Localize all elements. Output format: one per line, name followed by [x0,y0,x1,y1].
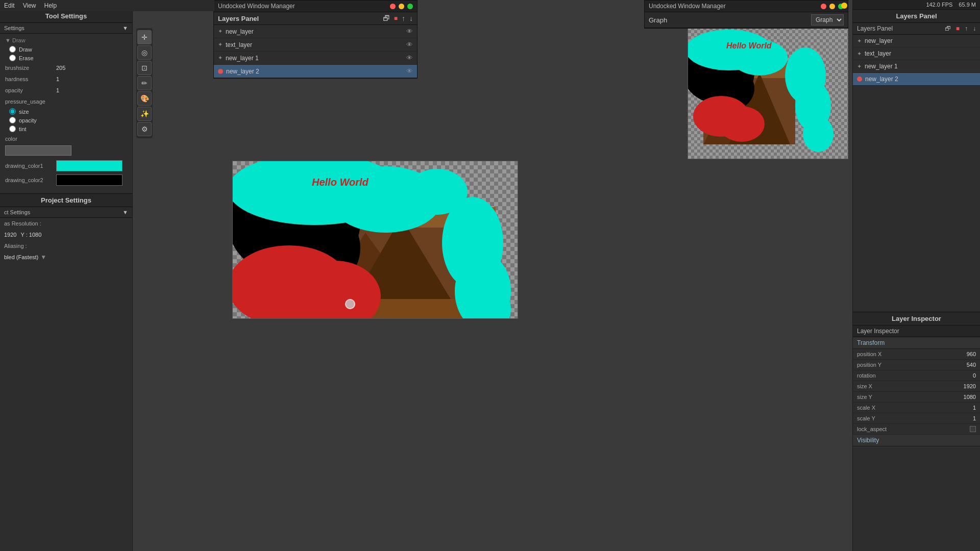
opacity-value[interactable]: 1 [56,87,59,93]
right-arrow-down-icon[interactable]: ↓ [973,25,976,32]
menu-view[interactable]: View [23,2,36,9]
opacity-radio-row[interactable]: opacity [1,116,131,124]
arrow-up-icon[interactable]: ↑ [402,14,405,22]
position-y-value[interactable]: 540 [967,362,976,368]
menu-help[interactable]: Help [44,2,57,9]
right-layer-star-2: ✦ [857,51,862,57]
graph-panel-header: Graph Graph [645,12,848,28]
circle-tool-button[interactable]: ◎ [137,45,152,60]
layer-visibility-icon-4[interactable]: 👁 [406,67,413,75]
canvas-width[interactable]: 1920 [4,232,16,238]
filter-value[interactable]: bled (Fastest) [4,254,38,260]
size-radio[interactable] [9,108,16,115]
right-panel: 142.0 FPS 65.9 M Layers Panel Layers Pan… [852,0,980,551]
settings-dropdown-header[interactable]: Settings ▼ [0,23,132,34]
right-layer-name-2: text_layer [865,50,891,57]
scale-y-value[interactable]: 1 [973,415,976,421]
layers-window-title: Undocked Window Manager [218,3,295,10]
draw-radio[interactable] [9,46,16,53]
rotation-row: rotation 0 [853,370,980,381]
transform-handle[interactable] [345,299,355,309]
layer-item-new_layer[interactable]: ✦ new_layer 👁 [214,25,417,38]
chevron-down-icon: ▼ [122,25,128,31]
hardness-row: hardness 1 [1,73,131,85]
layers-window-titlebar[interactable]: Undocked Window Manager [214,1,417,12]
palette-tool-button[interactable]: 🎨 [137,91,152,106]
position-x-row: position X 960 [853,349,980,360]
move-tool-button[interactable]: ✛ [137,30,152,44]
size-x-value[interactable]: 1920 [964,383,976,389]
right-layers-panel-title: Layers Panel [853,10,980,23]
select-tool-button[interactable]: ⊡ [137,61,152,75]
layer-name-1: new_layer [226,28,254,35]
layer-name-3: new_layer 1 [226,55,259,62]
graph-window-titlebar[interactable]: Undocked Window Manager [645,1,848,12]
brushsize-value[interactable]: 205 [56,65,65,71]
erase-radio[interactable] [9,55,16,61]
graph-dropdown[interactable]: Graph [811,14,844,26]
filter-chevron-icon: ▼ [40,254,46,261]
layer-item-new_layer_1[interactable]: ✦ new_layer 1 👁 [214,52,417,65]
brushsize-row: brushsize 205 [1,62,131,73]
position-x-value[interactable]: 960 [967,351,976,357]
tint-radio-row[interactable]: tint [1,124,131,133]
opacity-label: opacity [5,87,56,93]
opacity-radio[interactable] [9,117,16,123]
drawing-color1-swatch[interactable] [56,160,122,171]
right-layers-icon[interactable]: 🗗 [945,25,951,32]
close-graph-button[interactable] [821,4,826,9]
transform-section-header[interactable]: Transform [853,337,980,349]
canvas-height[interactable]: Y : 1080 [20,232,41,238]
svg-point-9 [731,40,788,76]
preview-canvas-svg [688,27,848,159]
red-square-icon[interactable]: ■ [394,15,398,22]
drawing-color2-row: drawing_color2 [1,173,131,187]
maximize-window-button[interactable] [407,4,413,9]
lock-aspect-label: lock_aspect [857,426,970,432]
layer-dot-icon-4 [218,69,223,74]
right-panel-icons: 🗗 ■ ↑ ↓ [945,25,976,32]
color-input-box[interactable] [5,145,71,156]
layer-visibility-icon-3[interactable]: 👁 [406,54,413,62]
arrow-down-icon[interactable]: ↓ [409,14,413,22]
close-window-button[interactable] [390,4,396,9]
layer-visibility-icon-2[interactable]: 👁 [406,41,413,48]
undocked-layers-window: Undocked Window Manager Layers Panel 🗗 ■… [213,0,418,79]
magic-tool-button[interactable]: ✨ [137,107,152,121]
right-red-square-icon[interactable]: ■ [956,25,960,32]
right-layer-item-1[interactable]: ✦ new_layer [853,35,980,47]
svg-point-12 [803,116,834,152]
menu-edit[interactable]: Edit [4,2,15,9]
size-y-value[interactable]: 1080 [964,394,976,400]
erase-radio-row[interactable]: Erase [1,54,131,62]
right-layer-item-2[interactable]: ✦ text_layer [853,47,980,60]
scale-x-value[interactable]: 1 [973,405,976,411]
size-radio-row[interactable]: size [1,107,131,116]
drawing-color2-swatch[interactable] [56,174,122,186]
drawing-color1-row: drawing_color1 [1,159,131,173]
lock-aspect-checkbox[interactable] [970,426,976,432]
draw-radio-row[interactable]: Draw [1,45,131,54]
layers-icon[interactable]: 🗗 [383,14,390,22]
right-arrow-up-icon[interactable]: ↑ [965,25,968,32]
layer-visibility-icon-1[interactable]: 👁 [406,28,413,35]
layer-item-new_layer_2[interactable]: new_layer 2 👁 [214,65,417,78]
minimize-window-button[interactable] [399,4,404,9]
tint-radio[interactable] [9,126,16,132]
main-canvas[interactable]: Hello World [232,161,518,319]
layer-star-icon-1: ✦ [218,28,223,35]
right-layer-item-3[interactable]: ✦ new_layer 1 [853,60,980,73]
position-y-row: position Y 540 [853,360,980,370]
layer-item-text_layer[interactable]: ✦ text_layer 👁 [214,38,417,52]
layer-name-4: new_layer 2 [226,68,259,75]
rotation-value[interactable]: 0 [973,372,976,379]
minimize-graph-button[interactable] [829,4,835,9]
visibility-section-header[interactable]: Visibility [853,435,980,446]
right-layer-dot-4 [857,77,862,82]
hardness-value[interactable]: 1 [56,76,59,82]
brushsize-label: brushsize [5,65,56,71]
pencil-tool-button[interactable]: ✏ [137,76,152,90]
settings-tool-button[interactable]: ⚙ [137,122,152,136]
right-layer-item-4[interactable]: new_layer 2 [853,73,980,86]
project-settings-dropdown[interactable]: ct Settings ▼ [0,207,132,218]
